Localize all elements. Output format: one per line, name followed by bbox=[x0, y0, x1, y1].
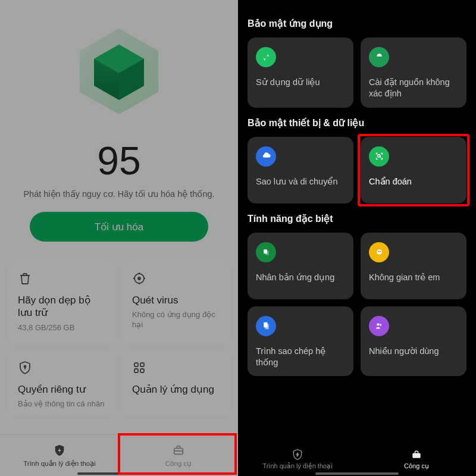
cube-icon bbox=[74, 27, 164, 116]
card-title: Hãy dọn dẹp bộ lưu trữ bbox=[18, 294, 106, 320]
home-indicator bbox=[315, 472, 399, 475]
shield-key-icon bbox=[18, 361, 32, 375]
section-title-special-features: Tính năng đặc biệt bbox=[248, 213, 466, 224]
toolbox-icon bbox=[172, 444, 185, 457]
card-kids-space[interactable]: Không gian trẻ em bbox=[361, 233, 466, 299]
card-title: Quản lý ứng dụng bbox=[132, 383, 220, 396]
highlight-diagnose bbox=[358, 134, 469, 206]
svg-point-15 bbox=[377, 249, 382, 255]
toolbox-icon bbox=[411, 449, 422, 461]
cloud-icon bbox=[256, 146, 276, 167]
trash-icon bbox=[18, 271, 32, 286]
card-title: Cài đặt nguồn không xác định bbox=[369, 77, 458, 99]
feature-grid: Hãy dọn dẹp bộ lưu trữ 43,8 GB/256 GB Qu… bbox=[0, 262, 238, 418]
svg-point-21 bbox=[379, 324, 381, 327]
svg-rect-10 bbox=[140, 369, 144, 372]
optimize-button[interactable]: Tối ưu hóa bbox=[30, 212, 208, 242]
card-unknown-sources[interactable]: Cài đặt nguồn không xác định bbox=[361, 37, 466, 108]
tab-label: Trình quản lý điện thoại bbox=[23, 459, 96, 468]
shield-bolt-icon bbox=[53, 444, 66, 457]
home-indicator bbox=[77, 472, 161, 475]
svg-rect-19 bbox=[265, 324, 268, 330]
card-subtitle: 43,8 GB/256 GB bbox=[18, 323, 106, 333]
target-icon bbox=[132, 271, 146, 286]
copy-icon bbox=[256, 316, 276, 336]
card-data-usage[interactable]: Sử dụng dữ liệu bbox=[248, 37, 353, 108]
shield-bolt-icon bbox=[292, 449, 303, 461]
diagnose-scan-icon bbox=[369, 146, 389, 167]
svg-point-16 bbox=[378, 251, 378, 252]
card-title: Quét virus bbox=[132, 294, 220, 306]
card-cleanup-storage[interactable]: Hãy dọn dẹp bộ lưu trữ 43,8 GB/256 GB bbox=[8, 262, 115, 344]
card-app-clone[interactable]: Nhân bản ứng dụng bbox=[248, 233, 353, 299]
tab-tools[interactable]: Công cụ bbox=[357, 443, 476, 476]
phone-manager-screen: 95 Phát hiện thấy nguy cơ. Hãy tối ưu hó… bbox=[0, 0, 238, 476]
card-multi-user[interactable]: Nhiều người dùng bbox=[361, 306, 466, 377]
tab-label: Trình quản lý điện thoại bbox=[262, 462, 332, 470]
card-subtitle: Bảo vệ thông tin cá nhân bbox=[18, 399, 106, 409]
svg-point-12 bbox=[377, 155, 380, 157]
card-title: Nhiều người dùng bbox=[369, 346, 458, 357]
card-diagnose[interactable]: Chẩn đoán bbox=[361, 137, 466, 203]
tab-tools[interactable]: Công cụ bbox=[119, 435, 238, 476]
svg-point-17 bbox=[380, 251, 380, 252]
apps-grid-icon bbox=[132, 361, 146, 375]
card-title: Sao lưu và di chuyển bbox=[256, 176, 345, 187]
kids-icon bbox=[369, 242, 389, 262]
svg-rect-8 bbox=[140, 363, 144, 367]
tools-screen: Bảo mật ứng dụng Sử dụng dữ liệu Cài đặt… bbox=[238, 0, 476, 476]
data-arrows-icon bbox=[256, 47, 276, 67]
svg-point-20 bbox=[377, 323, 379, 325]
card-system-cloner[interactable]: Trình sao chép hệ thống bbox=[248, 306, 353, 377]
hero-graphic bbox=[0, 0, 238, 143]
svg-rect-9 bbox=[134, 369, 138, 372]
users-icon bbox=[369, 316, 389, 336]
section-title-device-security: Bảo mật thiết bị & dữ liệu bbox=[248, 117, 466, 129]
optimization-score: 95 bbox=[0, 138, 238, 183]
svg-rect-22 bbox=[412, 453, 420, 458]
card-title: Không gian trẻ em bbox=[369, 272, 458, 283]
card-backup-migrate[interactable]: Sao lưu và di chuyển bbox=[248, 137, 353, 203]
card-subtitle: Không có ứng dụng độc hại bbox=[132, 310, 220, 330]
svg-rect-14 bbox=[265, 251, 269, 255]
optimize-button-label: Tối ưu hóa bbox=[95, 221, 143, 233]
card-privacy[interactable]: Quyền riêng tư Bảo vệ thông tin cá nhân bbox=[8, 351, 115, 418]
tab-label: Công cụ bbox=[404, 462, 429, 470]
card-title: Quyền riêng tư bbox=[18, 383, 106, 396]
bottom-nav: Trình quản lý điện thoại Công cụ bbox=[0, 434, 238, 476]
svg-point-6 bbox=[24, 366, 26, 368]
tab-phone-manager[interactable]: Trình quản lý điện thoại bbox=[0, 435, 119, 476]
tab-phone-manager[interactable]: Trình quản lý điện thoại bbox=[238, 443, 357, 476]
clone-icon bbox=[256, 242, 276, 262]
svg-point-5 bbox=[138, 277, 140, 280]
tab-label: Công cụ bbox=[165, 459, 192, 468]
section-title-app-security: Bảo mật ứng dụng bbox=[248, 18, 466, 29]
svg-rect-7 bbox=[134, 363, 138, 367]
card-title: Nhân bản ứng dụng bbox=[256, 272, 345, 283]
score-subtitle: Phát hiện thấy nguy cơ. Hãy tối ưu hóa h… bbox=[0, 189, 238, 199]
card-virus-scan[interactable]: Quét virus Không có ứng dụng độc hại bbox=[123, 262, 230, 344]
bottom-nav: Trình quản lý điện thoại Công cụ bbox=[238, 443, 476, 476]
android-icon bbox=[369, 47, 389, 67]
card-title: Sử dụng dữ liệu bbox=[256, 77, 345, 88]
card-title: Chẩn đoán bbox=[369, 176, 458, 187]
card-title: Trình sao chép hệ thống bbox=[256, 346, 345, 368]
card-app-management[interactable]: Quản lý ứng dụng bbox=[123, 351, 230, 418]
